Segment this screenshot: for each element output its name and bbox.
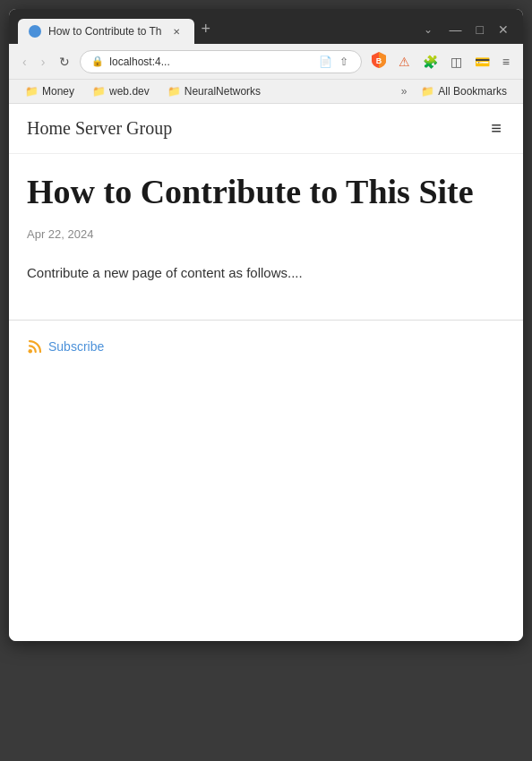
browser-navbar: ‹ › ↻ 🔒 localhost:4... 📄 ⇧ B ⚠ 🧩 (9, 44, 523, 80)
page-info-icon[interactable]: 📄 (317, 55, 334, 69)
minimize-button[interactable]: — (444, 21, 468, 38)
tab-title: How to Contribute to Th (48, 25, 162, 38)
address-bar-actions: 📄 ⇧ (317, 55, 350, 69)
article-date: Apr 22, 2024 (27, 227, 505, 241)
page-footer: Subscribe (9, 320, 523, 372)
bookmark-neural-label: NeuralNetworks (184, 85, 261, 98)
extensions-button[interactable]: 🧩 (418, 52, 442, 72)
site-title: Home Server Group (27, 118, 172, 139)
article-body: Contribute a new page of content as foll… (27, 262, 505, 284)
rss-icon (27, 338, 43, 355)
back-button[interactable]: ‹ (18, 53, 31, 71)
url-text: localhost:4... (109, 56, 311, 68)
sidebar-button[interactable]: ◫ (446, 52, 467, 72)
brave-shield-button[interactable]: B (367, 49, 390, 73)
tab-close-button[interactable]: ✕ (169, 24, 184, 38)
browser-titlebar: How to Contribute to Th ✕ + ⌄ — □ ✕ (9, 9, 523, 44)
site-header: Home Server Group ≡ (9, 104, 523, 154)
reload-button[interactable]: ↻ (55, 53, 74, 71)
folder-icon: 📁 (25, 85, 39, 98)
security-icon: 🔒 (91, 56, 104, 67)
tab-overflow-controls: ⌄ (419, 21, 437, 38)
bookmark-money-label: Money (42, 85, 74, 98)
browser-window: How to Contribute to Th ✕ + ⌄ — □ ✕ ‹ › … (9, 9, 523, 641)
bookmark-webdev[interactable]: 📁 web.dev (85, 83, 157, 99)
warning-button[interactable]: ⚠ (394, 52, 415, 72)
folder-icon: 📁 (167, 85, 181, 98)
hamburger-menu-button[interactable]: ≡ (487, 115, 505, 142)
close-button[interactable]: ✕ (493, 21, 514, 38)
bookmark-neural[interactable]: 📁 NeuralNetworks (160, 83, 268, 99)
bookmark-webdev-label: web.dev (109, 85, 150, 98)
tab-strip: How to Contribute to Th ✕ + (18, 16, 412, 44)
subscribe-link[interactable]: Subscribe (27, 338, 505, 355)
all-bookmarks-label: All Bookmarks (438, 85, 507, 98)
maximize-button[interactable]: □ (471, 21, 489, 38)
article-title: How to Contribute to This Site (27, 172, 505, 213)
address-bar[interactable]: 🔒 localhost:4... 📄 ⇧ (80, 50, 361, 73)
folder-icon: 📁 (92, 85, 106, 98)
tab-favicon (29, 25, 41, 38)
folder-icon: 📁 (421, 85, 434, 98)
page-content: Home Server Group ≡ How to Contribute to… (9, 104, 523, 641)
bookmarks-overflow-button[interactable]: » (398, 83, 411, 99)
window-controls: — □ ✕ (444, 21, 514, 38)
browser-toolbar-icons: B ⚠ 🧩 ◫ 💳 ≡ (367, 49, 514, 73)
share-icon[interactable]: ⇧ (338, 55, 350, 69)
wallet-button[interactable]: 💳 (470, 52, 494, 72)
active-tab[interactable]: How to Contribute to Th ✕ (18, 19, 194, 44)
bookmarks-bar: 📁 Money 📁 web.dev 📁 NeuralNetworks » 📁 A… (9, 80, 523, 104)
all-bookmarks-button[interactable]: 📁 All Bookmarks (414, 83, 514, 99)
bookmarks-overflow-section: » 📁 All Bookmarks (398, 83, 514, 99)
bookmark-money[interactable]: 📁 Money (18, 83, 82, 99)
article-container: How to Contribute to This Site Apr 22, 2… (9, 154, 523, 320)
subscribe-label: Subscribe (48, 339, 104, 354)
new-tab-button[interactable]: + (194, 16, 219, 42)
forward-button[interactable]: › (37, 53, 50, 71)
tab-list-button[interactable]: ⌄ (419, 21, 437, 38)
menu-button[interactable]: ≡ (498, 52, 514, 72)
svg-point-1 (29, 349, 33, 354)
svg-text:B: B (376, 56, 382, 65)
brave-shield-icon: B (372, 52, 386, 68)
